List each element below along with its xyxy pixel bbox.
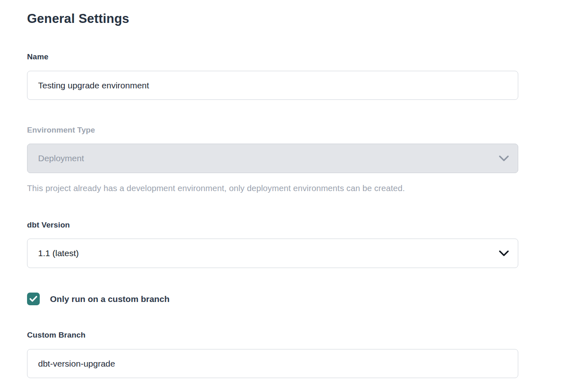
checkmark-icon bbox=[29, 296, 37, 302]
chevron-down-icon bbox=[499, 155, 509, 162]
chevron-down-icon bbox=[499, 250, 509, 257]
custom-branch-field: Custom Branch bbox=[27, 331, 518, 378]
name-input[interactable] bbox=[27, 71, 518, 100]
dbt-version-field: dbt Version 1.1 (latest) bbox=[27, 221, 518, 268]
dbt-version-select[interactable]: 1.1 (latest) bbox=[27, 239, 518, 268]
name-field: Name bbox=[27, 52, 518, 100]
custom-branch-toggle-row: Only run on a custom branch bbox=[27, 293, 518, 305]
custom-branch-checkbox[interactable] bbox=[27, 293, 40, 305]
environment-type-select: Deployment bbox=[27, 144, 518, 173]
custom-branch-checkbox-label[interactable]: Only run on a custom branch bbox=[50, 294, 170, 304]
name-label: Name bbox=[27, 52, 518, 61]
environment-type-value: Deployment bbox=[38, 153, 84, 163]
custom-branch-input[interactable] bbox=[27, 349, 518, 378]
dbt-version-label: dbt Version bbox=[27, 221, 518, 230]
environment-type-field: Environment Type Deployment This project… bbox=[27, 126, 518, 193]
dbt-version-value: 1.1 (latest) bbox=[38, 248, 79, 258]
general-settings-page: General Settings Name Environment Type D… bbox=[0, 0, 576, 392]
page-title: General Settings bbox=[27, 11, 518, 26]
environment-type-help-text: This project already has a development e… bbox=[27, 183, 518, 193]
custom-branch-label: Custom Branch bbox=[27, 331, 518, 340]
environment-type-label: Environment Type bbox=[27, 126, 518, 135]
